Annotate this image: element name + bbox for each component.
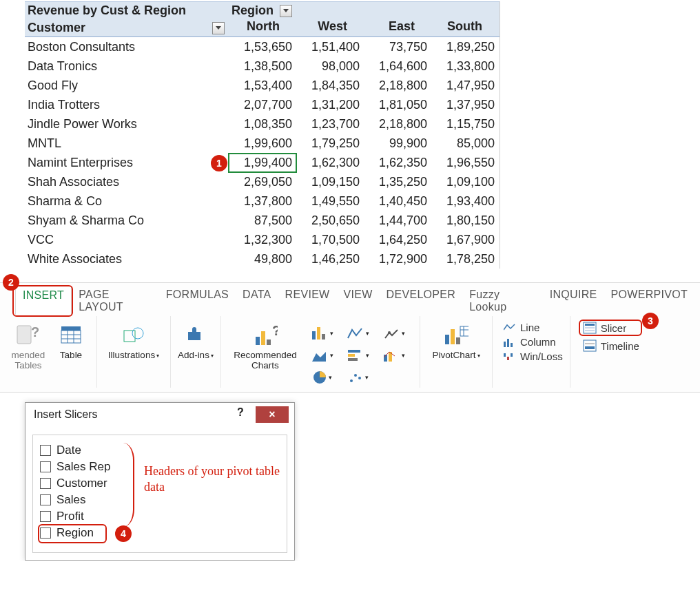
scatter-chart-icon[interactable]: ▾ (342, 367, 373, 388)
value-cell[interactable]: 1,53,400 (229, 76, 296, 95)
value-cell[interactable]: 1,99,400 (229, 154, 296, 172)
bar-chart-icon[interactable]: ▾ (307, 323, 337, 344)
value-cell[interactable]: 2,50,650 (296, 211, 364, 230)
sparkline-column-button[interactable]: Column (504, 336, 563, 348)
table-row[interactable]: India Trotters2,07,7001,31,2001,81,0501,… (25, 95, 500, 114)
customer-cell[interactable]: Good Fly (25, 76, 229, 95)
recommended-charts-button[interactable]: ? Recommended Charts (228, 319, 302, 371)
customer-cell[interactable]: India Trotters (25, 96, 229, 114)
ribbon-tab-view[interactable]: VIEW (337, 286, 380, 315)
checkbox-icon[interactable] (40, 494, 51, 505)
value-cell[interactable]: 98,000 (296, 57, 364, 76)
value-cell[interactable]: 2,07,700 (229, 96, 296, 114)
sparkline-winloss-button[interactable]: Win/Loss (504, 351, 563, 362)
value-cell[interactable]: 2,18,800 (364, 76, 431, 95)
value-cell[interactable]: 1,84,350 (296, 76, 364, 95)
value-cell[interactable]: 1,32,300 (229, 231, 296, 249)
ribbon-tab-developer[interactable]: DEVELOPER (380, 286, 463, 315)
value-cell[interactable]: 73,750 (364, 38, 431, 56)
checkbox-icon[interactable] (40, 511, 51, 522)
checkbox-icon[interactable] (40, 445, 51, 456)
value-cell[interactable]: 1,62,350 (364, 154, 431, 172)
customer-cell[interactable]: MNTL (25, 134, 229, 153)
value-cell[interactable]: 1,78,250 (431, 250, 499, 269)
table-row[interactable]: Data Tronics1,38,50098,0001,64,6001,33,8… (25, 56, 500, 76)
value-cell[interactable]: 87,500 (229, 211, 296, 230)
customer-cell[interactable]: Sharma & Co (25, 192, 229, 211)
table-row[interactable]: White Associates49,8001,46,2501,72,9001,… (25, 249, 500, 269)
value-cell[interactable]: 1,40,450 (364, 192, 431, 211)
table-row[interactable]: Good Fly1,53,4001,84,3502,18,8001,47,950 (25, 76, 500, 95)
value-cell[interactable]: 1,67,900 (431, 231, 499, 249)
value-cell[interactable]: 1,37,950 (431, 96, 499, 114)
recommended-pivottables-button[interactable]: ? mended Tables (4, 319, 52, 371)
table-row[interactable]: VCC1,32,3001,70,5001,64,2501,67,900 (25, 230, 500, 249)
value-cell[interactable]: 1,93,400 (431, 192, 499, 211)
checkbox-icon[interactable] (40, 461, 51, 472)
dialog-close-button[interactable]: × (256, 406, 289, 423)
value-cell[interactable]: 1,81,050 (364, 96, 431, 114)
slicer-field-region[interactable]: Region (40, 525, 280, 541)
ribbon-tab-review[interactable]: REVIEW (278, 286, 337, 315)
ribbon-tab-fuzzy-lookup[interactable]: Fuzzy Lookup (462, 286, 543, 315)
customer-cell[interactable]: Shyam & Sharma Co (25, 211, 229, 230)
table-row[interactable]: Jindle Power Works1,08,3501,23,7002,18,8… (25, 114, 500, 134)
value-cell[interactable]: 1,72,900 (364, 250, 431, 269)
stock-chart-icon[interactable]: ▾ (378, 323, 409, 344)
hbar-chart-icon[interactable]: ▾ (342, 345, 373, 366)
customer-cell[interactable]: Data Tronics (25, 57, 229, 76)
value-cell[interactable]: 49,800 (229, 250, 296, 269)
pivotchart-button[interactable]: PivotChart▾ (427, 319, 485, 361)
region-dropdown-icon[interactable] (280, 5, 292, 17)
value-cell[interactable]: 1,08,350 (229, 115, 296, 134)
value-cell[interactable]: 1,37,800 (229, 192, 296, 211)
value-cell[interactable]: 1,62,300 (296, 154, 364, 172)
table-button[interactable]: Table (52, 319, 90, 361)
ribbon-tab-inquire[interactable]: INQUIRE (543, 286, 604, 315)
value-cell[interactable]: 1,38,500 (229, 57, 296, 76)
customer-dropdown-icon[interactable] (212, 22, 225, 34)
value-cell[interactable]: 1,64,250 (364, 231, 431, 249)
customer-cell[interactable]: Jindle Power Works (25, 115, 229, 134)
sparkline-line-button[interactable]: Line (504, 322, 563, 333)
checkbox-icon[interactable] (40, 527, 51, 539)
customer-cell[interactable]: Namint Enterprises (25, 154, 229, 172)
dialog-help-button[interactable]: ? (225, 406, 256, 423)
customer-cell[interactable]: Boston Consultants (25, 38, 229, 56)
customer-cell[interactable]: Shah Associates (25, 173, 229, 191)
ribbon-tab-formulas[interactable]: FORMULAS (159, 286, 236, 315)
value-cell[interactable]: 2,18,800 (364, 115, 431, 134)
table-row[interactable]: Sharma & Co1,37,8001,49,5501,40,4501,93,… (25, 191, 500, 211)
illustrations-button[interactable]: Illustrations▾ (104, 319, 163, 361)
customer-cell[interactable]: White Associates (25, 250, 229, 269)
table-row[interactable]: Boston Consultants1,53,6501,51,40073,750… (25, 37, 500, 56)
ribbon-tab-data[interactable]: DATA (236, 286, 278, 315)
value-cell[interactable]: 1,79,250 (296, 134, 364, 153)
value-cell[interactable]: 1,15,750 (431, 115, 499, 134)
value-cell[interactable]: 1,80,150 (431, 211, 499, 230)
slicer-field-date[interactable]: Date (40, 442, 280, 459)
value-cell[interactable]: 1,09,150 (296, 173, 364, 191)
table-row[interactable]: Shah Associates2,69,0501,09,1501,35,2501… (25, 172, 500, 191)
combo-chart-icon[interactable]: ▾ (378, 345, 409, 366)
value-cell[interactable]: 1,89,250 (431, 38, 499, 56)
value-cell[interactable]: 1,31,200 (296, 96, 364, 114)
value-cell[interactable]: 1,99,600 (229, 134, 296, 153)
slicer-field-profit[interactable]: Profit (40, 508, 280, 525)
value-cell[interactable]: 1,47,950 (431, 76, 499, 95)
ribbon-tab-powerpivot[interactable]: POWERPIVOT (604, 286, 694, 315)
value-cell[interactable]: 1,46,250 (296, 250, 364, 269)
table-row[interactable]: MNTL1,99,6001,79,25099,90085,000 (25, 134, 500, 153)
value-cell[interactable]: 1,49,550 (296, 192, 364, 211)
timeline-button[interactable]: Timeline (583, 339, 639, 352)
slicer-button[interactable]: Slicer (583, 322, 639, 334)
value-cell[interactable]: 1,70,500 (296, 231, 364, 249)
value-cell[interactable]: 1,09,100 (431, 173, 499, 191)
value-cell[interactable]: 1,35,250 (364, 173, 431, 191)
table-row[interactable]: Namint Enterprises1,99,4001,62,3001,62,3… (25, 153, 500, 172)
customer-cell[interactable]: VCC (25, 231, 229, 249)
table-row[interactable]: Shyam & Sharma Co87,5002,50,6501,44,7001… (25, 211, 500, 230)
value-cell[interactable]: 1,53,650 (229, 38, 296, 56)
area-chart-icon[interactable]: ▾ (307, 345, 337, 366)
line-chart-icon[interactable]: ▾ (342, 323, 373, 344)
